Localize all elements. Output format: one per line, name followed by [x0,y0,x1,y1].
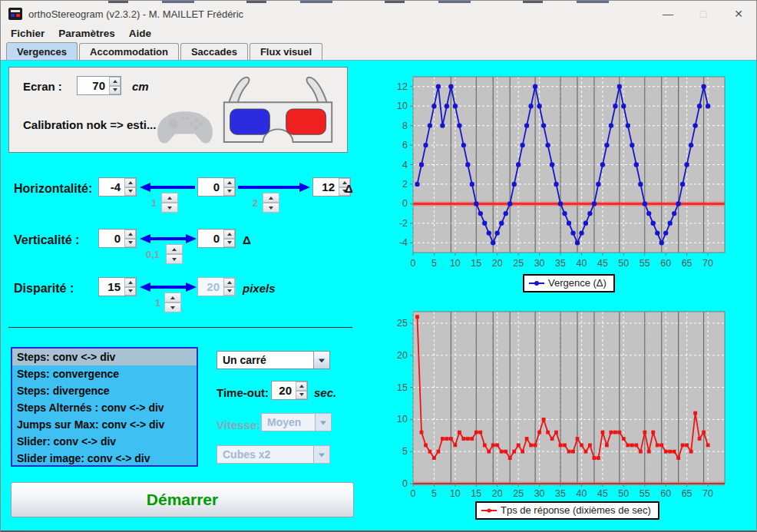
app-window: orthoStereogram (v2.3.2) - M. MAILLET Fr… [0,0,757,532]
cubes-value: Cubes x2 [217,446,313,463]
svg-text:6: 6 [402,140,408,150]
vergence-legend: Vergence (Δ) [523,274,615,292]
svg-text:-2: -2 [399,218,408,229]
tab-vergences[interactable]: Vergences [6,42,78,60]
spinner-up-button[interactable] [124,178,136,187]
svg-text:65: 65 [682,488,693,499]
disparity-unit: pixels [243,282,276,295]
window-controls: — □ ✕ [650,3,756,25]
svg-text:8: 8 [402,121,408,131]
spinner-up-button[interactable] [124,230,136,239]
chevron-down-icon[interactable] [313,352,329,368]
divergence-step-spinner[interactable] [161,193,178,213]
speed-label: Vitesse: [217,418,260,431]
spinner-down-button[interactable] [223,239,235,248]
spinner-down-button[interactable] [296,391,307,400]
spinner-down-button[interactable] [223,187,235,197]
divergence-step-label: 1 [151,197,157,209]
spinner-down-button[interactable] [124,187,136,197]
mode-list-item[interactable]: Steps: conv <-> div [12,349,197,365]
title-bar: orthoStereogram (v2.3.2) - M. MAILLET Fr… [1,3,756,25]
spinner-up-button[interactable] [161,193,178,203]
spinner-up-button[interactable] [164,292,181,302]
timeout-spinner[interactable]: 20 [271,381,308,400]
svg-text:50: 50 [618,488,629,499]
menu-fichier[interactable]: Fichier [4,26,51,41]
svg-text:65: 65 [682,258,693,269]
close-button[interactable]: ✕ [721,8,756,20]
svg-text:10: 10 [450,258,461,269]
screen-distance-spinner[interactable]: 70 [77,76,121,95]
vergences-panel: Ecran : 70 cm Calibration nok => esti... [1,60,756,530]
spinner-down-button[interactable] [109,86,121,95]
disparity-value: 15 [99,278,124,296]
menu-parametres[interactable]: Paramètres [51,26,122,41]
spinner-down-button[interactable] [161,203,178,213]
spinner-up-button[interactable] [223,178,235,187]
spinner-up-button[interactable] [263,193,279,203]
spinner-down-button[interactable] [164,302,181,312]
mode-list-item[interactable]: Slider: conv <-> div [12,433,197,450]
svg-text:5: 5 [402,446,408,457]
spinner-down-button[interactable] [124,287,136,296]
spinner-up-button[interactable] [223,230,235,239]
spinner-down-button[interactable] [263,203,279,213]
disparity-spinner[interactable]: 15 [98,277,137,296]
spinner-up-button[interactable] [166,244,183,254]
window-title: orthoStereogram (v2.3.2) - M. MAILLET Fr… [28,8,243,20]
disparity-step-spinner[interactable] [164,292,181,312]
spinner-down-button[interactable] [166,254,183,264]
stimulus-select[interactable]: Un carré [217,351,330,369]
mode-list-item[interactable]: Steps: divergence [12,382,197,399]
tab-saccades[interactable]: Saccades [180,43,248,60]
svg-text:10: 10 [397,414,408,425]
svg-text:45: 45 [597,258,608,269]
tab-accommodation[interactable]: Accommodation [79,43,179,60]
vertical-max-spinner[interactable]: 0 [197,229,236,248]
horizontality-unit: Δ [345,182,353,195]
arrow-double-icon [140,233,197,244]
spinner-up-button[interactable] [109,77,121,86]
svg-text:40: 40 [577,488,587,499]
menu-bar: Fichier Paramètres Aide [1,25,756,42]
arrow-double-icon [140,282,197,292]
convergence-step-label: 2 [253,197,258,209]
timeout-unit: sec. [314,386,336,399]
spinner-up-button[interactable] [296,382,307,391]
mode-list-item[interactable]: Slider image: conv <-> div [12,450,197,467]
mode-list-item[interactable]: Steps Alternés : conv <-> div [12,399,197,416]
vertical-step-spinner[interactable] [166,244,183,264]
maximize-button[interactable]: □ [686,8,721,20]
start-button[interactable]: Démarrer [11,482,354,517]
spinner-down-button [223,287,235,296]
vertical-min-spinner[interactable]: 0 [98,229,137,248]
minimize-button[interactable]: — [650,8,686,20]
horizontal-center-value: 0 [198,178,223,196]
speed-select: Moyen [261,413,332,431]
svg-text:-4: -4 [399,237,408,248]
horizontal-max-value: 12 [313,178,339,196]
screen-distance-unit: cm [132,80,149,93]
svg-text:0: 0 [411,488,416,499]
horizontal-center-spinner[interactable]: 0 [197,177,236,197]
menu-aide[interactable]: Aide [122,26,158,41]
speed-value: Moyen [262,414,315,431]
convergence-step-spinner[interactable] [263,193,279,213]
svg-text:25: 25 [513,488,524,499]
stimulus-value: Un carré [217,352,313,368]
tab-bar: Vergences Accommodation Saccades Flux vi… [1,42,756,60]
spinner-down-button[interactable] [124,239,136,248]
tab-flux-visuel[interactable]: Flux visuel [250,43,322,60]
svg-text:30: 30 [534,258,545,269]
mode-list-item[interactable]: Steps: convergence [12,365,197,382]
timeout-label: Time-out: [217,386,269,399]
horizontal-min-spinner[interactable]: -4 [98,177,137,197]
app-icon [8,7,22,21]
disparity-step-label: 1 [155,297,160,309]
spinner-up-button[interactable] [124,278,136,287]
horizontal-min-value: -4 [99,178,124,196]
mode-list-item[interactable]: Jumps sur Max: conv <-> div [12,416,197,433]
svg-text:25: 25 [397,318,408,329]
svg-text:55: 55 [640,488,650,499]
response-time-legend-label: Tps de réponse (dixièmes de sec) [501,504,651,516]
